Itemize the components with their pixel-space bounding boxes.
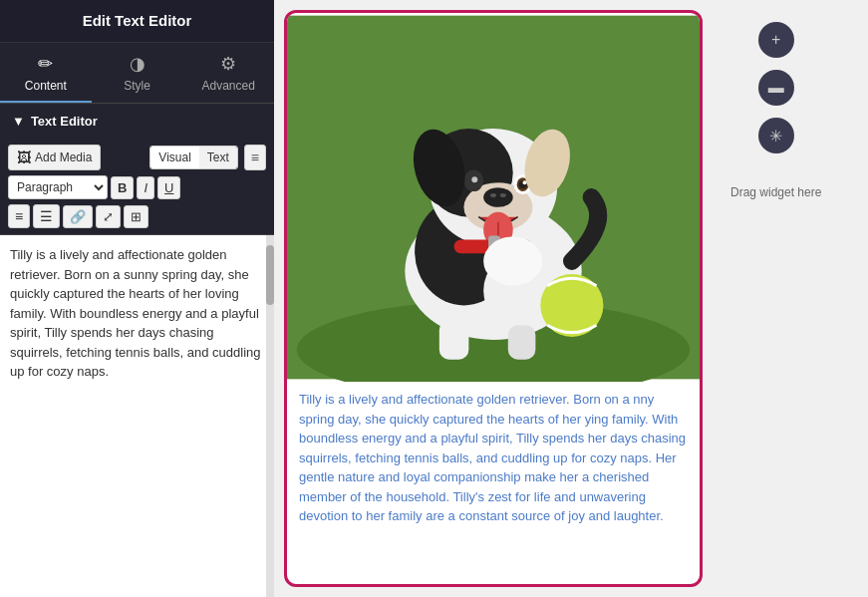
add-media-label: Add Media: [35, 150, 92, 164]
editor-toolbar: 🖼 Add Media Visual Text ≡ Paragraph B I …: [0, 139, 274, 235]
tab-style-label: Style: [124, 79, 150, 93]
svg-point-8: [483, 187, 513, 207]
widget-text: Tilly is a lively and affectionate golde…: [287, 382, 700, 536]
panel-title: Edit Text Editor: [83, 12, 192, 29]
folder-button[interactable]: ▬: [758, 70, 794, 106]
link-button[interactable]: 🔗: [63, 205, 93, 228]
full-button[interactable]: ⤢: [96, 205, 121, 228]
list-icon: ≡: [251, 149, 259, 165]
panel-header: Edit Text Editor: [0, 0, 274, 43]
svg-point-26: [483, 236, 542, 285]
widget-card: Tilly is a lively and affectionate golde…: [284, 10, 703, 587]
toolbar-row3: ≡ ☰ 🔗 ⤢ ⊞: [8, 204, 266, 228]
add-media-icon: 🖼: [17, 149, 31, 165]
text-content-area: Tilly is a lively and affectionate golde…: [0, 235, 274, 597]
canvas-area: Tilly is a lively and affectionate golde…: [274, 0, 868, 597]
svg-point-9: [490, 193, 496, 197]
text-button[interactable]: Text: [199, 147, 237, 168]
widget-paragraph: Tilly is a lively and affectionate golde…: [299, 392, 686, 523]
tabs-row: ✏ Content ◑ Style ⚙ Advanced: [0, 43, 274, 104]
scrollbar-thumb[interactable]: [266, 245, 274, 305]
section-arrow: ▼: [12, 114, 25, 129]
tab-advanced-label: Advanced: [201, 79, 254, 93]
italic-button[interactable]: I: [137, 176, 154, 199]
add-button[interactable]: +: [758, 22, 794, 58]
tab-content[interactable]: ✏ Content: [0, 43, 92, 103]
text-editor-input[interactable]: Tilly is a lively and affectionate golde…: [0, 235, 274, 597]
kitchen-sink-button[interactable]: ≡: [244, 145, 266, 170]
add-media-button[interactable]: 🖼 Add Media: [8, 145, 101, 170]
svg-rect-24: [439, 320, 469, 359]
folder-icon: ▬: [768, 79, 784, 97]
ol-button[interactable]: ≡: [8, 204, 30, 228]
visual-text-group: Visual Text: [149, 146, 237, 169]
dog-image: [287, 13, 700, 382]
main-content: Tilly is a lively and affectionate golde…: [274, 0, 868, 597]
drag-here-label: Drag widget here: [721, 165, 831, 219]
section-header[interactable]: ▼ Text Editor: [0, 104, 274, 139]
tab-style[interactable]: ◑ Style: [92, 43, 183, 103]
table-button[interactable]: ⊞: [124, 205, 148, 228]
content-icon: ✏: [38, 53, 53, 75]
ul-button[interactable]: ☰: [33, 204, 60, 228]
toolbar-row1: 🖼 Add Media Visual Text ≡: [8, 145, 266, 170]
paragraph-select[interactable]: Paragraph: [8, 175, 108, 199]
advanced-icon: ⚙: [220, 53, 236, 75]
right-actions: + ▬ ✳ Drag widget here: [713, 10, 839, 587]
left-panel: Edit Text Editor ✏ Content ◑ Style ⚙ Adv…: [0, 0, 274, 597]
visual-button[interactable]: Visual: [150, 147, 198, 168]
svg-point-18: [471, 176, 477, 182]
drag-button[interactable]: ✳: [758, 118, 794, 153]
bold-button[interactable]: B: [111, 176, 134, 199]
tab-content-label: Content: [25, 79, 67, 93]
style-icon: ◑: [130, 53, 145, 75]
svg-point-10: [500, 193, 506, 197]
scrollbar-track[interactable]: [266, 235, 274, 597]
tab-advanced[interactable]: ⚙ Advanced: [182, 43, 274, 103]
section-label: Text Editor: [31, 114, 98, 129]
underline-button[interactable]: U: [157, 176, 180, 199]
toolbar-row2: Paragraph B I U: [8, 175, 266, 199]
svg-rect-25: [508, 325, 536, 360]
drag-icon: ✳: [769, 127, 782, 146]
